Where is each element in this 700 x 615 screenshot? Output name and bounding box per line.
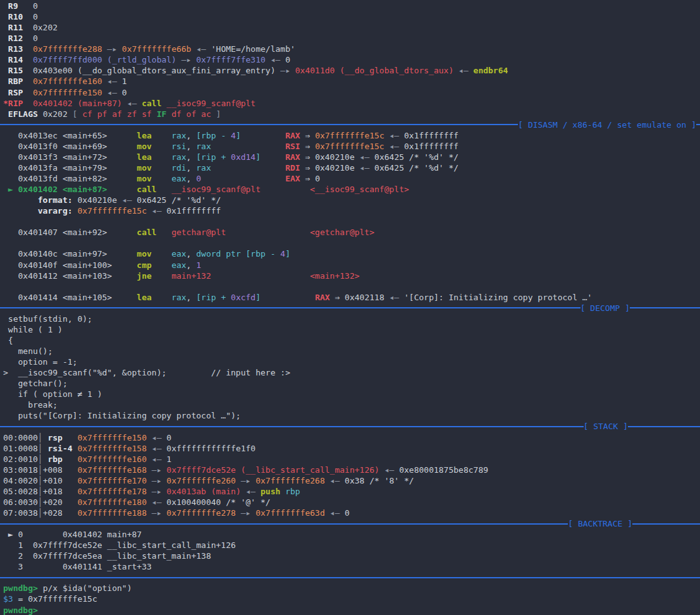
disasm-line-main82-seg-5: 0 <box>196 174 201 183</box>
disasm-arg-format-seg-2: ◂— <box>117 195 137 205</box>
disasm-line-main65-seg-10: ⇒ <box>300 131 315 140</box>
stack-row-7-seg-1: │ <box>38 508 43 518</box>
stack-row-5-seg-7: push <box>261 487 280 496</box>
disasm-line-main105-seg-9: RAX <box>315 293 329 302</box>
disasm-line-main82-seg-1: mov <box>137 174 151 183</box>
disasm-line-current-main87-seg-3: __isoc99_scanf@plt <box>171 185 261 194</box>
disasm-line-main72-seg-11: 0x40210e <box>315 152 355 162</box>
register-rbp-seg-0: RBP <box>3 76 33 86</box>
disasm-line-main72-seg-8 <box>261 152 285 162</box>
disasm-line-main92: 0x401407 <main+92> call getchar@plt <get… <box>3 227 700 238</box>
stack-row-6-seg-3: 0x7fffffffe180 <box>77 497 147 507</box>
disasm-arg-vararg-seg-3: 0x1ffffffff <box>166 206 221 216</box>
pwndbg-window: { "app": {"name": "pwndbg debugger termi… <box>0 0 700 615</box>
disasm-line-main79-seg-0: 0x4013fa <main+79> <box>3 163 137 173</box>
disasm-line-main105-seg-10: ⇒ <box>330 293 345 302</box>
stack-row-7: 07:0038│+028 0x7fffffffe188 —▸ 0x7ffffff… <box>3 508 700 518</box>
disasm-line-main92-seg-4 <box>226 228 310 237</box>
decomp-line-puts: puts("[Corp]: Initializing copy protocol… <box>3 410 700 421</box>
register-r14-seg-5: 0 <box>285 55 290 64</box>
disasm-line-main82: 0x4013fd <main+82> mov eax, 0 EAX ⇒ 0 <box>3 173 700 184</box>
disasm-line-main65-seg-11: 0x7fffffffe15c <box>315 131 384 140</box>
disasm-line-main65-seg-5: [rbp - <box>196 131 231 140</box>
stack-row-5-seg-6: ◂— <box>241 487 261 496</box>
disasm-line-main79-seg-11: 0x6425 /* '%d' */ <box>374 163 458 173</box>
pwndbg-terminal[interactable]: R9 0 R10 0 R11 0x202 R12 0 R13 0x7ffffff… <box>0 0 700 615</box>
disasm-line-main69-seg-9: 0x7fffffffe15c <box>315 142 384 151</box>
stack-row-5-seg-8: rbp <box>280 487 300 496</box>
disasm-line-main79-seg-1: mov <box>137 163 151 173</box>
disasm-line-main72-seg-6: 0xd14 <box>231 152 255 162</box>
disasm-line-main65-seg-2 <box>152 131 171 140</box>
disasm-line-main65-seg-6: 4 <box>231 131 236 140</box>
stack-row-3-seg-5: 0x7ffff7dce52e (__libc_start_call_main+1… <box>166 465 379 475</box>
disasm-line-main79-seg-4: , <box>187 163 197 173</box>
decomp-section-header: [ DECOMP ] <box>0 303 700 314</box>
disasm-line-main69-seg-6 <box>211 142 285 151</box>
blank-line <box>3 216 700 227</box>
stack-row-6-seg-2: +020 <box>43 497 78 507</box>
backtrace-frame-3: 3 0x401141 _start+33 <box>3 561 700 572</box>
register-rbp: RBP 0x7fffffffe160 ◂— 1 <box>3 76 700 87</box>
register-eflags-seg-5: df of ac <box>166 109 216 119</box>
disasm-arg-format: format: 0x40210e ◂— 0x6425 /* '%d' */ <box>3 195 700 205</box>
disasm-arg-format-seg-1: 0x40210e <box>77 195 117 205</box>
disasm-line-main72-seg-9: RAX <box>285 152 300 162</box>
backtrace-frame-2-seg-0: 2 0x7ffff7dce5ea __libc_start_main+138 <box>3 551 211 561</box>
register-rsp-seg-2: ◂— <box>102 88 122 97</box>
stack-row-6: 06:0030│+020 0x7fffffffe180 ◂— 0x1004000… <box>3 497 700 508</box>
register-rsp: RSP 0x7fffffffe150 ◂— 0 <box>3 87 700 98</box>
stack-row-0-seg-4: 0x7fffffffe150 <box>77 433 147 442</box>
stack-row-2-seg-5: ◂— <box>147 454 166 464</box>
stack-row-6-seg-4: ◂— <box>147 497 166 507</box>
disasm-line-main69-seg-7: RSI <box>285 142 300 151</box>
stack-row-3-seg-0: 03:0018 <box>3 465 38 475</box>
register-r13-seg-2: —▸ <box>102 44 122 54</box>
register-r14-seg-0: R14 <box>3 55 33 64</box>
disasm-line-main72-seg-3: rax <box>171 152 186 162</box>
register-r14-seg-2: —▸ <box>176 55 196 64</box>
prompt-history-output-seg-1: = 0x7fffffffe15c <box>13 594 97 604</box>
disasm-line-main100-seg-4: , <box>187 260 197 270</box>
disasm-line-main69-seg-5: rax <box>196 142 211 151</box>
disasm-line-main72-seg-1: lea <box>137 152 151 162</box>
register-r15-seg-0: R15 <box>3 66 33 75</box>
prompt-history-command-seg-1: p/x $ida("option") <box>43 583 132 593</box>
disasm-line-main65-seg-0: 0x4013ec <main+65> <box>3 131 137 140</box>
stack-row-4-seg-2: +010 <box>43 476 78 485</box>
blank-line <box>3 238 700 248</box>
stack-row-3-seg-7: 0xe80001875be8c789 <box>399 465 488 475</box>
disasm-line-main105-seg-7: ] <box>255 293 261 302</box>
disasm-line-main69-seg-1: mov <box>137 142 151 151</box>
stack-row-5-seg-5: 0x4013ab (main) <box>166 487 240 496</box>
decomp-line-setbuf: setbuf(stdin, 0); <box>3 314 700 324</box>
disasm-line-main69-seg-0: 0x4013f0 <main+69> <box>3 142 137 151</box>
disasm-line-main69: 0x4013f0 <main+69> mov rsi, rax RSI ⇒ 0x… <box>3 141 700 152</box>
register-rsp-seg-0: RSP <box>3 88 33 97</box>
disasm-line-main72-seg-12: ◂— <box>355 152 374 162</box>
prompt-input[interactable]: pwndbg> <box>3 605 700 615</box>
register-r9-seg-0: R9 <box>3 1 33 11</box>
register-rip-seg-4: __isoc99_scanf@plt <box>161 99 255 108</box>
disasm-line-main97-seg-5: dword ptr [rbp - <box>196 249 280 259</box>
disasm-line-main105-seg-3: rax <box>171 293 186 302</box>
disasm-arg-vararg-seg-2: ◂— <box>147 206 166 216</box>
register-eflags: EFLAGS 0x202 [ cf pf af zf sf IF df of a… <box>3 109 700 119</box>
stack-row-2-seg-2: rbp <box>47 454 72 464</box>
stack-row-3: 03:0018│+008 0x7fffffffe168 —▸ 0x7ffff7d… <box>3 465 700 475</box>
stack-row-7-seg-3: 0x7fffffffe188 <box>77 508 147 518</box>
register-rbp-seg-3: 1 <box>122 76 127 86</box>
stack-row-4-seg-7: 0x7fffffffe268 <box>255 476 325 485</box>
disasm-line-main79-seg-7: RDI <box>285 163 300 173</box>
stack-row-4-seg-8: ◂— <box>325 476 345 485</box>
disasm-line-main79-seg-9: 0x40210e <box>315 163 355 173</box>
register-r13-seg-5: 'HOME=/home/lamb' <box>211 44 295 54</box>
register-rsp-seg-1: 0x7fffffffe150 <box>33 88 102 97</box>
disasm-line-current-main87-seg-4 <box>261 185 310 194</box>
disasm-line-main105-seg-0: 0x401414 <main+105> <box>3 293 137 302</box>
register-r14: R14 0x7ffff7ffd000 (_rtld_global) —▸ 0x7… <box>3 54 700 65</box>
register-eflags-seg-2: [ <box>73 109 83 119</box>
disasm-line-main65-seg-4: , <box>187 131 197 140</box>
disasm-line-main69-seg-4: , <box>187 142 197 151</box>
disasm-arg-format-seg-0: format: <box>3 195 77 205</box>
